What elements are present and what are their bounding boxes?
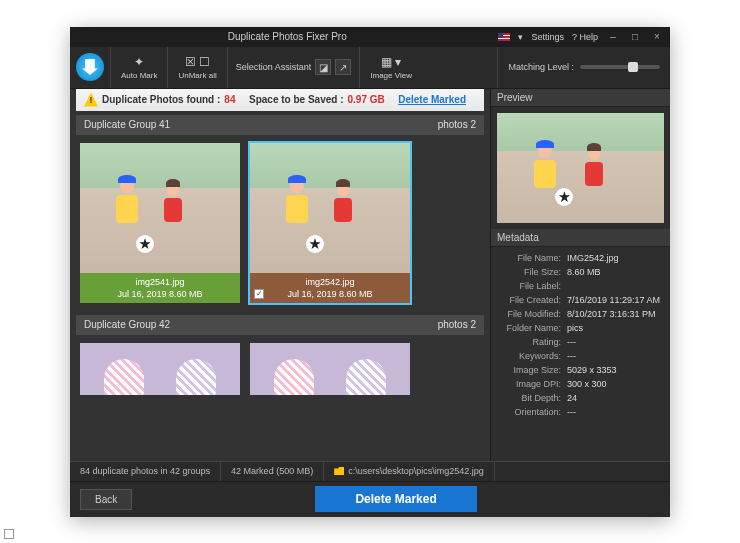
language-flag-icon[interactable] <box>498 33 510 41</box>
photo-filename: img2542.jpg <box>254 277 406 287</box>
dup-found-label: Duplicate Photos found : <box>102 94 220 105</box>
app-title: Duplicate Photos Fixer Pro <box>76 31 498 42</box>
warning-icon: ! <box>84 93 98 107</box>
metadata-value: --- <box>567 407 576 417</box>
selection-assistant-label: Selection Assistant <box>236 62 312 72</box>
selection-tool-1[interactable]: ◪ <box>315 59 331 75</box>
footer: Back Delete Marked <box>70 481 670 517</box>
photo-card[interactable] <box>80 343 240 387</box>
preview-header: Preview <box>491 89 670 107</box>
selection-assistant: Selection Assistant ◪ ↗ <box>227 47 360 88</box>
auto-mark-label: Auto Mark <box>121 71 157 80</box>
metadata-value: 5029 x 3353 <box>567 365 617 375</box>
preview-image <box>497 113 664 223</box>
metadata-row: File Label: <box>497 279 664 293</box>
app-window: Duplicate Photos Fixer Pro ▾ Settings ? … <box>70 27 670 517</box>
minimize-button[interactable]: – <box>606 31 620 43</box>
metadata-value: 8.60 MB <box>567 267 601 277</box>
auto-mark-button[interactable]: ✦ Auto Mark <box>110 47 167 88</box>
language-dropdown[interactable]: ▾ <box>518 32 523 42</box>
dup-found-count: 84 <box>224 94 235 105</box>
side-panel: Preview Metadata File Name:IMG2542.jpgFi… <box>490 89 670 461</box>
app-logo-icon <box>76 53 104 81</box>
main-body: ! Duplicate Photos found : 84 Space to b… <box>70 89 670 461</box>
group-count: photos 2 <box>438 119 476 130</box>
metadata-row: Folder Name:pics <box>497 321 664 335</box>
metadata-row: Rating:--- <box>497 335 664 349</box>
metadata-row: File Name:IMG2542.jpg <box>497 251 664 265</box>
maximize-button[interactable]: □ <box>628 31 642 43</box>
space-saved-label: Space to be Saved : <box>249 94 343 105</box>
metadata-list: File Name:IMG2542.jpgFile Size:8.60 MBFi… <box>491 247 670 423</box>
image-view-button[interactable]: ▦ ▾ Image View <box>359 47 422 88</box>
group-header[interactable]: Duplicate Group 41 photos 2 <box>76 115 484 135</box>
image-view-label: Image View <box>370 71 412 80</box>
metadata-row: File Created:7/16/2019 11:29:17 AM <box>497 293 664 307</box>
metadata-row: Image Size:5029 x 3353 <box>497 363 664 377</box>
settings-link[interactable]: Settings <box>531 32 564 42</box>
photo-checkbox[interactable]: ✓ <box>254 289 264 299</box>
photo-info: Jul 16, 2019 8.60 MB <box>287 289 372 299</box>
metadata-key: Keywords: <box>497 351 567 361</box>
group-header[interactable]: Duplicate Group 42 photos 2 <box>76 315 484 335</box>
metadata-key: File Modified: <box>497 309 567 319</box>
metadata-key: Folder Name: <box>497 323 567 333</box>
info-bar: ! Duplicate Photos found : 84 Space to b… <box>76 89 484 111</box>
unmark-all-label: UnMark all <box>178 71 216 80</box>
metadata-row: Bit Depth:24 <box>497 391 664 405</box>
wand-icon: ✦ <box>134 55 144 69</box>
metadata-header: Metadata <box>491 229 670 247</box>
metadata-row: File Modified:8/10/2017 3:16:31 PM <box>497 307 664 321</box>
metadata-value: pics <box>567 323 583 333</box>
metadata-row: Image DPI:300 x 300 <box>497 377 664 391</box>
selection-tool-2[interactable]: ↗ <box>335 59 351 75</box>
grid-icon: ▦ ▾ <box>381 55 401 69</box>
metadata-key: Orientation: <box>497 407 567 417</box>
metadata-key: File Size: <box>497 267 567 277</box>
group-count: photos 2 <box>438 319 476 330</box>
photo-card[interactable]: img2541.jpg Jul 16, 2019 8.60 MB <box>80 143 240 303</box>
matching-level-control: Matching Level : <box>497 47 670 88</box>
photo-card[interactable] <box>250 343 410 387</box>
photo-thumbnail <box>80 343 240 395</box>
unmark-all-button[interactable]: ☒ ☐ UnMark all <box>167 47 226 88</box>
photo-info: Jul 16, 2019 8.60 MB <box>117 289 202 299</box>
close-button[interactable]: × <box>650 31 664 43</box>
metadata-key: Image DPI: <box>497 379 567 389</box>
status-summary: 84 duplicate photos in 42 groups <box>70 462 221 481</box>
status-path: c:\users\desktop\pics\img2542.jpg <box>324 462 495 481</box>
photo-row <box>76 335 484 395</box>
metadata-value: 8/10/2017 3:16:31 PM <box>567 309 656 319</box>
metadata-value: 300 x 300 <box>567 379 607 389</box>
metadata-key: Image Size: <box>497 365 567 375</box>
group-title: Duplicate Group 42 <box>84 319 170 330</box>
back-button[interactable]: Back <box>80 489 132 510</box>
titlebar-controls: ▾ Settings ? Help – □ × <box>498 31 664 43</box>
photo-card-selected[interactable]: ✓ img2542.jpg Jul 16, 2019 8.60 MB <box>250 143 410 303</box>
metadata-key: File Label: <box>497 281 567 291</box>
results-panel: ! Duplicate Photos found : 84 Space to b… <box>70 89 490 461</box>
photo-thumbnail <box>250 343 410 395</box>
matching-level-slider[interactable] <box>580 65 660 69</box>
space-saved-value: 0.97 GB <box>348 94 385 105</box>
metadata-row: File Size:8.60 MB <box>497 265 664 279</box>
folder-icon <box>334 467 344 475</box>
delete-marked-button[interactable]: Delete Marked <box>315 486 476 512</box>
metadata-key: Rating: <box>497 337 567 347</box>
delete-marked-link[interactable]: Delete Marked <box>398 94 466 105</box>
photo-thumbnail <box>80 143 240 273</box>
photo-row: img2541.jpg Jul 16, 2019 8.60 MB ✓ <box>76 135 484 311</box>
photo-meta: ✓ img2542.jpg Jul 16, 2019 8.60 MB <box>250 273 410 303</box>
photo-filename: img2541.jpg <box>84 277 236 287</box>
help-link[interactable]: ? Help <box>572 32 598 42</box>
titlebar: Duplicate Photos Fixer Pro ▾ Settings ? … <box>70 27 670 47</box>
status-bar: 84 duplicate photos in 42 groups 42 Mark… <box>70 461 670 481</box>
metadata-value: --- <box>567 337 576 347</box>
matching-level-label: Matching Level : <box>508 62 574 72</box>
metadata-value: --- <box>567 351 576 361</box>
status-marked: 42 Marked (500 MB) <box>221 462 324 481</box>
metadata-value: 7/16/2019 11:29:17 AM <box>567 295 660 305</box>
photo-meta: img2541.jpg Jul 16, 2019 8.60 MB <box>80 273 240 303</box>
metadata-row: Orientation:--- <box>497 405 664 419</box>
metadata-row: Keywords:--- <box>497 349 664 363</box>
